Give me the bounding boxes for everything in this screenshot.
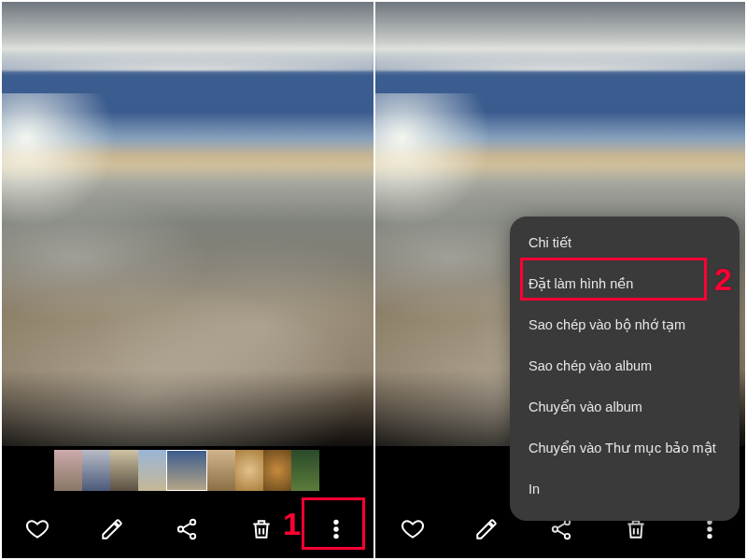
favorite-button[interactable] <box>392 509 433 550</box>
heart-icon <box>25 517 49 541</box>
thumbnail-strip[interactable] <box>0 450 374 491</box>
left-pane: 1 <box>0 0 374 560</box>
share-button[interactable] <box>166 509 207 550</box>
pencil-icon <box>474 517 499 541</box>
svg-point-8 <box>565 534 570 539</box>
menu-item-copy-clipboard[interactable]: Sao chép vào bộ nhớ tạm <box>510 304 740 345</box>
thumbnail[interactable] <box>138 450 166 491</box>
right-pane: Chi tiết Đặt làm hình nền Sao chép vào b… <box>374 0 747 560</box>
menu-item-details[interactable]: Chi tiết <box>510 222 740 263</box>
thumbnail[interactable] <box>207 450 235 491</box>
thumbnail-selected[interactable] <box>166 450 207 491</box>
favorite-button[interactable] <box>17 509 58 550</box>
screenshot-comparison: 1 Chi tiết <box>0 0 747 560</box>
thumbnail[interactable] <box>291 450 319 491</box>
thumbnail[interactable] <box>235 450 263 491</box>
more-vert-icon <box>324 517 348 541</box>
menu-item-move-album[interactable]: Chuyển vào album <box>510 386 740 427</box>
svg-point-11 <box>708 535 711 538</box>
pencil-icon <box>100 517 124 541</box>
svg-point-5 <box>334 535 337 538</box>
delete-button[interactable] <box>241 509 282 550</box>
svg-point-0 <box>190 520 195 525</box>
tutorial-step-1: 1 <box>283 506 301 542</box>
menu-item-print[interactable]: In <box>510 469 740 510</box>
svg-point-9 <box>708 521 711 524</box>
heart-icon <box>401 517 425 541</box>
menu-item-move-secure[interactable]: Chuyển vào Thư mục bảo mật <box>510 427 740 469</box>
svg-point-2 <box>190 534 195 539</box>
photo-view[interactable] <box>0 0 374 446</box>
menu-item-set-wallpaper[interactable]: Đặt làm hình nền <box>510 263 740 304</box>
share-icon <box>175 517 199 541</box>
svg-point-4 <box>334 527 337 530</box>
context-menu: Chi tiết Đặt làm hình nền Sao chép vào b… <box>510 217 740 521</box>
thumbnail[interactable] <box>54 450 82 491</box>
tutorial-step-2: 2 <box>714 261 732 298</box>
edit-button[interactable] <box>466 509 507 550</box>
menu-item-copy-album[interactable]: Sao chép vào album <box>510 345 740 386</box>
svg-point-1 <box>178 526 183 531</box>
more-button[interactable] <box>316 509 357 550</box>
trash-icon <box>249 517 274 541</box>
thumbnail[interactable] <box>263 450 291 491</box>
bottom-toolbar <box>0 498 374 560</box>
svg-point-10 <box>708 527 711 530</box>
edit-button[interactable] <box>92 509 133 550</box>
thumbnail[interactable] <box>110 450 138 491</box>
thumbnail[interactable] <box>82 450 110 491</box>
svg-point-3 <box>334 521 337 524</box>
svg-point-7 <box>553 526 557 531</box>
